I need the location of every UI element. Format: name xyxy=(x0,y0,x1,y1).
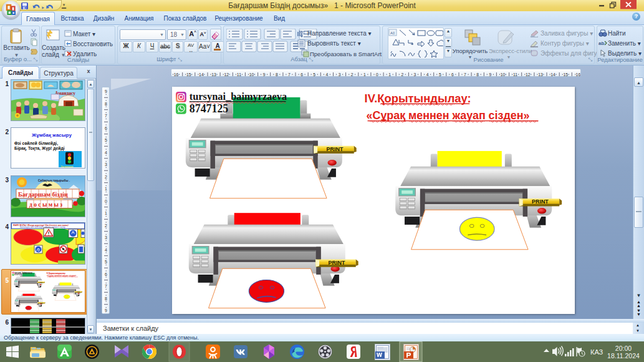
svg-text:3: 3 xyxy=(414,72,416,77)
svg-text:12: 12 xyxy=(224,72,229,77)
svg-text:6: 6 xyxy=(105,126,107,130)
svg-text:8: 8 xyxy=(276,72,278,77)
svg-text:5: 5 xyxy=(105,260,107,264)
svg-text:2: 2 xyxy=(105,223,107,228)
svg-text:11: 11 xyxy=(513,72,517,77)
svg-text:9: 9 xyxy=(105,308,107,313)
svg-text:13: 13 xyxy=(538,72,543,77)
svg-text:4: 4 xyxy=(326,72,329,77)
svg-text:д о с ы м ы з: д о с ы м ы з xyxy=(29,202,62,208)
svg-text:Балаларға жол белгілерін үйрет: Балаларға жол белгілерін үйрету, ережені… xyxy=(20,226,65,228)
svg-text:1: 1 xyxy=(105,187,107,191)
svg-text:15: 15 xyxy=(563,72,568,77)
svg-text:Бағдаршам: Бағдаршам xyxy=(61,165,74,168)
svg-text:IV.Қорытындылау:: IV.Қорытындылау: xyxy=(365,92,471,105)
svg-text:16: 16 xyxy=(576,72,580,77)
svg-text:16: 16 xyxy=(174,72,179,77)
svg-text:8: 8 xyxy=(105,296,107,301)
svg-text:7: 7 xyxy=(464,72,466,77)
svg-text:6: 6 xyxy=(451,72,454,77)
svg-text:1: 1 xyxy=(105,211,107,215)
svg-text:Бірақ, Тоқта, Жүр! дейді: Бірақ, Тоқта, Жүр! дейді xyxy=(14,146,65,151)
svg-text:tursynai_baimyrzaeva: tursynai_baimyrzaeva xyxy=(190,90,287,102)
svg-text:9: 9 xyxy=(489,72,492,77)
svg-text:1: 1 xyxy=(388,72,391,77)
svg-text:Өзі сөйлей білмейді,: Өзі сөйлей білмейді, xyxy=(14,141,58,146)
svg-text:13: 13 xyxy=(211,72,216,77)
svg-text:8: 8 xyxy=(105,102,107,106)
svg-text:10: 10 xyxy=(249,72,254,77)
svg-text:7: 7 xyxy=(288,72,291,77)
svg-text:«Сұрақ меннен жауап сізден»: «Сұрақ меннен жауап сізден» xyxy=(367,109,530,122)
svg-text:3: 3 xyxy=(105,235,107,240)
svg-text:8: 8 xyxy=(476,72,479,77)
svg-text:Сабақтың тақырыбы .: Сабақтың тақырыбы . xyxy=(38,179,70,182)
svg-text:2: 2 xyxy=(105,175,107,179)
svg-text:7: 7 xyxy=(105,284,107,288)
svg-text:4: 4 xyxy=(105,248,107,252)
svg-text:2: 2 xyxy=(401,72,403,77)
svg-text:4: 4 xyxy=(105,150,107,155)
svg-text:12: 12 xyxy=(526,72,531,77)
svg-text:6: 6 xyxy=(300,72,303,77)
svg-text:6: 6 xyxy=(105,272,107,276)
svg-text:9: 9 xyxy=(105,89,107,94)
svg-text:5: 5 xyxy=(105,138,107,142)
svg-text:5: 5 xyxy=(439,72,441,77)
svg-text:Жұмбақ жасыру: Жұмбақ жасыру xyxy=(31,132,72,138)
svg-text:11: 11 xyxy=(237,72,241,77)
svg-text:20:00: 20:00 xyxy=(615,345,632,352)
svg-text:ab: ab xyxy=(598,41,604,46)
svg-text:Бағдаршам біздің: Бағдаршам біздің xyxy=(18,191,68,198)
svg-text:5: 5 xyxy=(313,72,315,77)
svg-text:0: 0 xyxy=(376,72,378,77)
svg-text:0: 0 xyxy=(105,199,107,203)
svg-text:14: 14 xyxy=(550,72,555,77)
svg-text:3: 3 xyxy=(105,162,107,167)
svg-text:3: 3 xyxy=(339,72,341,77)
svg-text:15: 15 xyxy=(186,72,191,77)
svg-text:4: 4 xyxy=(426,72,429,77)
svg-text:9: 9 xyxy=(263,72,266,77)
svg-text:14: 14 xyxy=(199,72,204,77)
svg-text:1: 1 xyxy=(363,72,366,77)
svg-text:КАЗ: КАЗ xyxy=(590,348,603,356)
svg-text:10: 10 xyxy=(501,72,506,77)
svg-text:2: 2 xyxy=(351,72,353,77)
svg-text:7: 7 xyxy=(105,114,107,118)
svg-text:18.11.2024: 18.11.2024 xyxy=(607,352,640,360)
svg-text:A≡: A≡ xyxy=(390,31,395,35)
svg-text:8747125: 8747125 xyxy=(190,102,229,115)
